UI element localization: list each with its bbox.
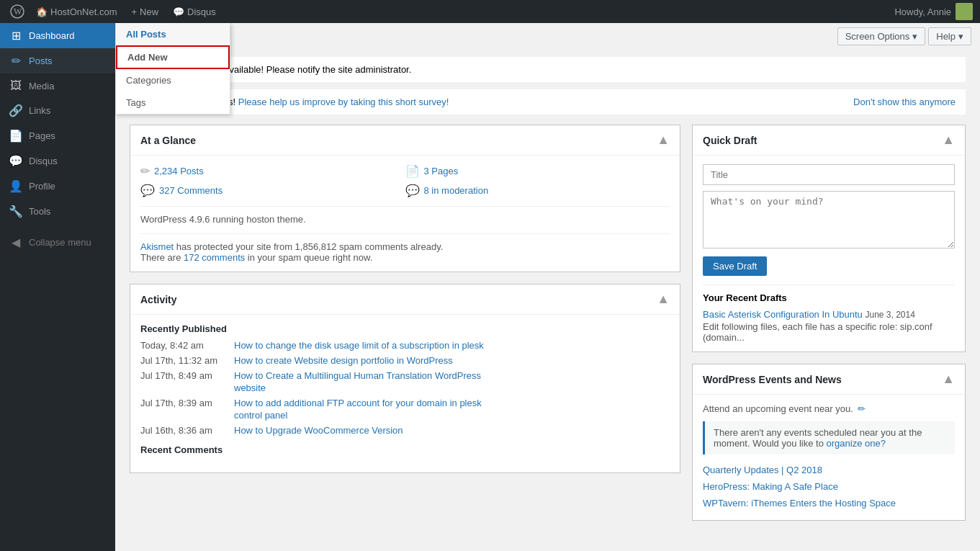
adminbar-right: Howdy, Annie	[894, 3, 973, 20]
sidebar-item-media[interactable]: 🖼 Media	[0, 73, 115, 98]
quick-draft-header[interactable]: Quick Draft ▲	[693, 125, 965, 156]
plus-icon: +	[131, 6, 137, 17]
activity-link-1: How to change the disk usage limit of a …	[234, 340, 484, 351]
adminbar-site[interactable]: 🏠 HostOnNet.com	[30, 6, 122, 17]
survey-dismiss[interactable]: Don't show this anymore	[853, 97, 956, 107]
activity-date-1: Today, 8:42 am	[140, 340, 227, 351]
flyout-categories[interactable]: Categories	[116, 69, 230, 91]
at-a-glance-header[interactable]: At a Glance ▲	[130, 125, 680, 156]
tools-icon: 🔧	[9, 205, 23, 218]
sidebar-item-disqus[interactable]: 💬 Disqus	[0, 148, 115, 174]
activity-post-link-5[interactable]: How to Upgrade WooCommerce Version	[234, 425, 403, 436]
flyout-tags[interactable]: Tags	[116, 91, 230, 114]
dashboard-columns: At a Glance ▲ ✏ 2,234 Posts 📄	[130, 125, 966, 532]
wp-events-widget: WordPress Events and News ▲ Attend an up…	[692, 364, 966, 521]
survey-link[interactable]: Please help us improve by taking this sh…	[238, 97, 449, 107]
wp-logo-icon[interactable]: W	[7, 1, 27, 22]
quick-draft-widget: Quick Draft ▲ Save Draft Your Recent Dra…	[692, 125, 966, 352]
events-link-1[interactable]: Quarterly Updates | Q2 2018	[703, 462, 955, 478]
collapse-label: Collapse menu	[29, 237, 91, 248]
draft-excerpt-1: Edit following files, each file has a sp…	[703, 321, 955, 343]
wp-events-collapse-icon: ▲	[942, 372, 955, 387]
chevron-down-icon-help: ▾	[958, 31, 963, 42]
activity-post-link-3b[interactable]: website	[234, 382, 481, 393]
quick-draft-title-input[interactable]	[703, 164, 955, 185]
at-a-glance-body: ✏ 2,234 Posts 📄 3 Pages 💬 327 Comments	[130, 156, 680, 272]
akismet-detail: has protected your site from 1,856,812 s…	[174, 241, 443, 252]
sidebar-item-pages[interactable]: 📄 Pages	[0, 123, 115, 148]
activity-header[interactable]: Activity ▲	[130, 285, 680, 315]
events-edit-icon[interactable]: ✏	[858, 403, 866, 414]
quick-draft-collapse-icon: ▲	[942, 133, 955, 148]
activity-post-link-1[interactable]: How to change the disk usage limit of a …	[234, 340, 484, 351]
draft-link-1[interactable]: Basic Asterisk Configuration In Ubuntu	[703, 309, 863, 320]
sidebar-item-posts[interactable]: ✏ Posts	[0, 48, 115, 73]
chevron-down-icon: ▾	[912, 31, 917, 42]
akismet-text: Akismet has protected your site from 1,8…	[140, 241, 670, 252]
flyout-all-posts[interactable]: All Posts	[116, 23, 230, 45]
admin-bar: W 🏠 HostOnNet.com + New 💬 Disqus Howdy, …	[0, 0, 980, 23]
survey-notice: Google XML Sitemaps! Please help us impr…	[130, 89, 966, 115]
comments-count-link[interactable]: 327 Comments	[159, 185, 222, 196]
wpbody-content: WordPress 4.9.7 is available! Please not…	[115, 50, 980, 547]
events-no-events-notice: There aren't any events scheduled near y…	[703, 421, 955, 454]
howdy-label[interactable]: Howdy, Annie	[894, 3, 973, 20]
help-button[interactable]: Help ▾	[928, 27, 971, 45]
links-icon: 🔗	[9, 104, 23, 117]
posts-count-link[interactable]: 2,234 Posts	[154, 166, 204, 176]
akismet-link[interactable]: Akismet	[140, 241, 174, 252]
moderation-count-link[interactable]: 8 in moderation	[424, 185, 489, 196]
save-draft-button[interactable]: Save Draft	[703, 256, 767, 276]
events-links-list: Quarterly Updates | Q2 2018 HeroPress: M…	[703, 462, 955, 511]
admin-menu: ⊞ Dashboard ✏ Posts 🖼 Media 🔗 Links 📄 Pa…	[0, 23, 115, 551]
site-name: HostOnNet.com	[50, 6, 117, 17]
at-a-glance-meta: WordPress 4.9.6 running hoston theme.	[140, 206, 670, 225]
dashboard-col-left: At a Glance ▲ ✏ 2,234 Posts 📄	[130, 125, 680, 532]
comment-stat-icon: 💬	[140, 184, 155, 197]
activity-body: Recently Published Today, 8:42 am How to…	[130, 315, 680, 472]
wp-version-text: WordPress 4.9.6 running hoston theme.	[140, 214, 306, 225]
activity-item-5: Jul 16th, 8:36 am How to Upgrade WooComm…	[140, 425, 670, 436]
recent-comments-label: Recent Comments	[140, 444, 670, 455]
quick-draft-title-label: Quick Draft	[703, 135, 757, 146]
screen-options-button[interactable]: Screen Options ▾	[837, 27, 926, 45]
quick-draft-body-input[interactable]	[703, 191, 955, 248]
activity-date-2: Jul 17th, 11:32 am	[140, 355, 227, 366]
activity-item-2: Jul 17th, 11:32 am How to create Website…	[140, 355, 670, 366]
update-text: is available! Please notify the site adm…	[212, 64, 412, 75]
comment-icon: 💬	[173, 6, 184, 17]
adminbar-disqus[interactable]: 💬 Disqus	[167, 6, 222, 17]
moderation-stat: 💬 8 in moderation	[405, 184, 670, 197]
events-link-3[interactable]: WPTavern: iThemes Enters the Hosting Spa…	[703, 495, 955, 511]
dashboard-icon: ⊞	[9, 29, 23, 42]
activity-post-link-4b[interactable]: control panel	[234, 410, 482, 421]
activity-post-link-4[interactable]: How to add additional FTP account for yo…	[234, 398, 482, 408]
recently-published-section: Recently Published Today, 8:42 am How to…	[140, 323, 670, 436]
recent-drafts-label: Your Recent Drafts	[703, 292, 955, 303]
wp-events-header[interactable]: WordPress Events and News ▲	[693, 364, 965, 395]
activity-post-link-3[interactable]: How to Create a Multilingual Human Trans…	[234, 370, 481, 381]
sidebar-item-label: Tools	[29, 206, 50, 217]
dashboard-col-right: Quick Draft ▲ Save Draft Your Recent Dra…	[692, 125, 966, 532]
activity-collapse-icon: ▲	[657, 292, 670, 307]
sidebar-item-tools[interactable]: 🔧 Tools	[0, 199, 115, 224]
pages-count-link[interactable]: 3 Pages	[424, 166, 459, 176]
sidebar-item-profile[interactable]: 👤 Profile	[0, 174, 115, 199]
collapse-menu-button[interactable]: ◀ Collapse menu	[0, 230, 115, 255]
media-icon: 🖼	[9, 79, 23, 92]
sidebar-item-label: Dashboard	[29, 30, 75, 41]
adminbar-new[interactable]: + New	[125, 6, 164, 17]
wp-footer: https://blog.hostonnet.com/wp-admin/edit…	[115, 547, 980, 551]
activity-post-link-2[interactable]: How to create Website design portfolio i…	[234, 355, 453, 366]
sidebar-item-links[interactable]: 🔗 Links	[0, 98, 115, 123]
events-link-2[interactable]: HeroPress: Making A Safe Place	[703, 478, 955, 495]
at-a-glance-stats: ✏ 2,234 Posts 📄 3 Pages 💬 327 Comments	[140, 164, 670, 197]
akismet-spam-link[interactable]: 172 comments	[184, 252, 245, 263]
screen-options-bar: Screen Options ▾ Help ▾	[115, 23, 980, 50]
home-icon: 🏠	[36, 6, 48, 17]
collapse-widget-icon: ▲	[657, 133, 670, 148]
sidebar-item-dashboard[interactable]: ⊞ Dashboard	[0, 23, 115, 48]
wp-events-title: WordPress Events and News	[703, 374, 842, 385]
organize-link[interactable]: organize one?	[827, 438, 886, 449]
flyout-add-new[interactable]: Add New	[116, 45, 230, 69]
